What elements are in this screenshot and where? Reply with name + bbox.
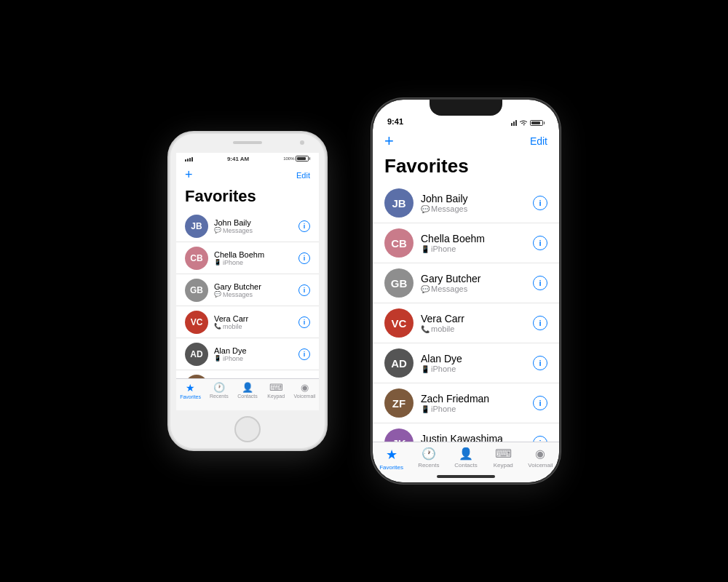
list-item[interactable]: VC Vera Carr 📞mobile i [373, 303, 559, 343]
contact-name: Gary Butcher [214, 282, 293, 291]
list-item[interactable]: GB Gary Butcher 💬Messages i [176, 274, 319, 306]
list-item[interactable]: JB John Baily 💬Messages i [373, 183, 559, 223]
battery-new [530, 120, 545, 126]
time-new: 9:41 [387, 117, 403, 126]
list-item[interactable]: CB Chella Boehm 📱iPhone i [373, 223, 559, 263]
contact-sub: 📱iPhone [214, 259, 293, 266]
avatar: AD [185, 343, 208, 366]
home-indicator-new [437, 475, 495, 478]
home-button-old[interactable] [234, 416, 261, 442]
info-button[interactable]: i [533, 236, 547, 250]
tab-favorites-label: Favorites [379, 464, 403, 471]
screen-new: 9:41 [373, 100, 559, 482]
list-item[interactable]: VC Vera Carr 📞mobile i [176, 306, 319, 338]
list-item[interactable]: AD Alan Dye 📱iPhone i [373, 343, 559, 383]
tab-recents-label: Recents [418, 462, 439, 469]
avatar: JK [384, 428, 414, 442]
info-button[interactable]: i [533, 276, 547, 290]
contact-name: Gary Butcher [421, 273, 526, 284]
tab-voicemail[interactable]: ◉ Voicemail [290, 382, 319, 399]
tab-keypad[interactable]: ⌨ Keypad [262, 382, 290, 399]
signal-bar-3 [515, 120, 517, 126]
edit-button-old[interactable]: Edit [296, 171, 310, 180]
list-item[interactable]: JK Justin Kawashima 📞work i [373, 423, 559, 442]
info-button[interactable]: i [533, 356, 547, 370]
signal-bar-4 [191, 157, 193, 162]
battery-old: 100% [283, 156, 310, 162]
list-item[interactable]: ZF Zach Friedman 📱iPhone i [373, 383, 559, 423]
app-header-new: + Edit [373, 129, 559, 155]
contact-info: Vera Carr 📞mobile [214, 314, 293, 330]
favorites-title-old: Favorites [176, 187, 319, 210]
avatar: ZF [384, 388, 414, 418]
contact-sub: 📱iPhone [421, 404, 526, 413]
tab-recents[interactable]: 🕐 Recents [205, 382, 233, 399]
contact-sub: 💬Messages [421, 204, 526, 213]
info-button[interactable]: i [533, 396, 547, 410]
tab-favorites-new[interactable]: ★ Favorites [373, 447, 410, 471]
contact-sub: 💬Messages [421, 284, 526, 293]
list-item[interactable]: JB John Baily 💬Messages i [176, 210, 319, 242]
contact-info: Alan Dye 📱iPhone [214, 346, 293, 362]
favorites-star-icon: ★ [386, 447, 397, 463]
list-item[interactable]: GB Gary Butcher 💬Messages i [373, 263, 559, 303]
info-button[interactable]: i [298, 284, 310, 296]
info-button[interactable]: i [298, 316, 310, 328]
info-button[interactable]: i [533, 196, 547, 210]
info-button[interactable]: i [298, 220, 310, 232]
avatar: VC [384, 308, 414, 338]
app-header-old: + Edit [176, 164, 319, 187]
list-item[interactable]: CB Chella Boehm 📱iPhone i [176, 242, 319, 274]
edit-button-new[interactable]: Edit [530, 135, 547, 147]
avatar: CB [384, 228, 414, 258]
signal-bar-2 [187, 159, 189, 162]
tab-contacts[interactable]: 👤 Contacts [233, 382, 261, 399]
info-button[interactable]: i [298, 348, 310, 360]
contact-info: Gary Butcher 💬Messages [421, 273, 526, 293]
tab-contacts-label: Contacts [454, 462, 478, 469]
tab-keypad-new[interactable]: ⌨ Keypad [485, 447, 522, 469]
add-favorite-button-new[interactable]: + [384, 132, 394, 151]
contact-info: Chella Boehm 📱iPhone [214, 250, 293, 266]
contact-info: Vera Carr 📞mobile [421, 313, 526, 333]
contact-sub: 💬Messages [214, 227, 293, 234]
info-button[interactable]: i [533, 316, 547, 330]
info-button[interactable]: i [533, 436, 547, 442]
contacts-person-icon: 👤 [242, 382, 253, 393]
signal-bars-old [185, 156, 193, 162]
add-favorite-button-old[interactable]: + [185, 167, 193, 183]
avatar: VC [185, 311, 208, 334]
favorites-star-icon: ★ [186, 382, 195, 394]
contacts-list-old: JB John Baily 💬Messages i CB Chella Boeh… [176, 210, 319, 378]
screen-old: 9:41 AM 100% + Edit Favorites JB [176, 153, 319, 410]
contact-info: Justin Kawashima 📞work [421, 433, 526, 442]
speaker-old [233, 141, 262, 144]
keypad-grid-icon: ⌨ [495, 447, 512, 461]
contact-name: Chella Boehm [214, 250, 293, 259]
tab-keypad-label: Keypad [267, 394, 285, 399]
signal-bar-2 [513, 121, 515, 126]
contact-sub: 💬Messages [214, 291, 293, 298]
avatar: JB [185, 215, 208, 238]
front-cam-old [300, 140, 304, 145]
voicemail-icon: ◉ [301, 382, 309, 393]
contact-info: Gary Butcher 💬Messages [214, 282, 293, 298]
contact-name: Vera Carr [421, 313, 526, 324]
notch [430, 100, 502, 116]
avatar: GB [384, 268, 414, 298]
contact-name: Justin Kawashima [421, 433, 526, 442]
iphone-old: 9:41 AM 100% + Edit Favorites JB [167, 131, 328, 451]
contact-name: John Baily [421, 193, 526, 204]
tab-keypad-label: Keypad [494, 462, 513, 469]
tab-voicemail-new[interactable]: ◉ Voicemail [522, 447, 559, 469]
contact-name: Alan Dye [421, 353, 526, 364]
tab-contacts-new[interactable]: 👤 Contacts [447, 447, 484, 469]
tab-favorites[interactable]: ★ Favorites [176, 382, 205, 399]
info-button[interactable]: i [298, 252, 310, 264]
tab-recents-label: Recents [210, 394, 229, 399]
status-icons-new [511, 119, 545, 126]
list-item[interactable]: AD Alan Dye 📱iPhone i [176, 338, 319, 370]
signal-bar-1 [511, 123, 513, 126]
list-item[interactable]: ZF Zach Friedman 📱iPhone i [176, 370, 319, 378]
tab-recents-new[interactable]: 🕐 Recents [410, 447, 447, 469]
